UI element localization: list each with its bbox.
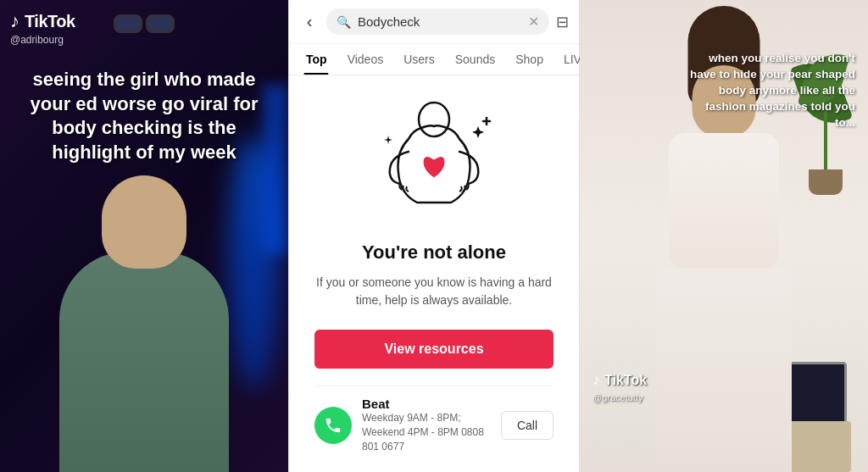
center-panel: ‹ 🔍 Bodycheck ✕ ⊟ Top Videos Users Sound…: [288, 0, 580, 472]
svg-point-0: [419, 103, 449, 136]
search-input-text[interactable]: Bodycheck: [358, 14, 521, 29]
tiktok-name-left: TikTok: [25, 12, 75, 31]
tiktok-logo-right: ♪ TikTok: [593, 371, 647, 389]
tiktok-header-left: ♪ TikTok @adribourg: [10, 10, 75, 46]
right-person-crop-top: [669, 133, 779, 269]
beat-phone-icon: [314, 407, 352, 444]
search-input-wrap[interactable]: 🔍 Bodycheck ✕: [326, 8, 549, 35]
avatar-glasses: [110, 14, 178, 31]
search-bar: ‹ 🔍 Bodycheck ✕ ⊟: [289, 0, 579, 44]
beat-resource-name: Beat: [362, 397, 491, 411]
search-filter-icon[interactable]: ⊟: [556, 13, 569, 31]
avatar-hoodie: [59, 252, 229, 472]
plant-pot: [809, 169, 843, 195]
tiktok-icon-left: ♪: [10, 10, 19, 32]
resource-content: You're not alone If you or someone you k…: [289, 75, 579, 472]
tab-users[interactable]: Users: [393, 44, 445, 75]
avatar-head: [102, 175, 186, 269]
left-video-panel: ♪ TikTok @adribourg seeing the girl who …: [0, 0, 288, 472]
illustration-svg: [366, 92, 502, 228]
not-alone-description: If you or someone you know is having a h…: [314, 274, 554, 309]
illustration: [366, 92, 502, 228]
phone-icon: [324, 416, 342, 435]
tab-videos[interactable]: Videos: [337, 44, 394, 75]
tiktok-name-right: TikTok: [604, 373, 647, 388]
tab-shop[interactable]: Shop: [505, 44, 554, 75]
call-button[interactable]: Call: [501, 411, 554, 440]
tiktok-header-right: ♪ TikTok @gracetutty: [593, 371, 647, 404]
beat-resource-card: Beat Weekday 9AM - 8PM; Weekend 4PM - 8P…: [314, 386, 554, 464]
tiktok-logo-left: ♪ TikTok: [10, 10, 75, 32]
tiktok-user-right: @gracetutty: [593, 392, 643, 403]
tiktok-user-left: @adribourg: [10, 34, 75, 46]
beat-resource-info: Beat Weekday 9AM - 8PM; Weekend 4PM - 8P…: [362, 397, 491, 453]
back-button[interactable]: ‹: [299, 12, 320, 31]
right-video-caption: when you realise you don't have to hide …: [686, 51, 855, 130]
glasses-right: [146, 14, 175, 33]
tiktok-icon-right: ♪: [593, 371, 600, 389]
glasses-left: [114, 14, 142, 33]
right-person-skirt: [656, 269, 792, 472]
left-video-caption: seeing the girl who made your ed worse g…: [17, 68, 271, 164]
tab-sounds[interactable]: Sounds: [445, 44, 505, 75]
tab-top[interactable]: Top: [296, 44, 337, 75]
search-icon: 🔍: [337, 15, 351, 29]
search-clear-icon[interactable]: ✕: [528, 14, 539, 30]
tabs-row: Top Videos Users Sounds Shop LIVE Hash: [289, 44, 579, 75]
beat-resource-hours: Weekday 9AM - 8PM; Weekend 4PM - 8PM 080…: [362, 411, 491, 453]
view-resources-button[interactable]: View resources: [314, 330, 554, 369]
not-alone-title: You're not alone: [362, 242, 506, 264]
right-video-panel: when you realise you don't have to hide …: [580, 0, 868, 472]
